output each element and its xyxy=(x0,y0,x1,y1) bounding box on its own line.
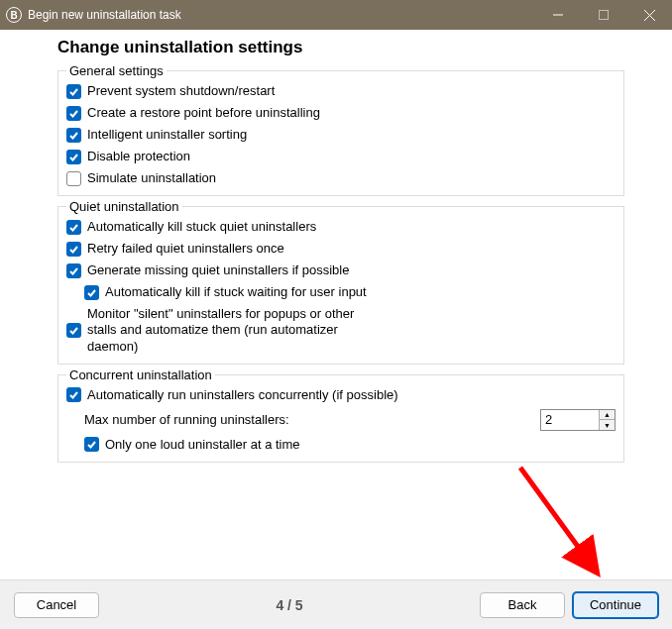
opt-only-one-loud: Only one loud uninstaller at a time xyxy=(66,434,616,456)
continue-button[interactable]: Continue xyxy=(573,592,658,618)
maximize-button[interactable] xyxy=(581,0,626,30)
checkbox-prevent-shutdown[interactable] xyxy=(66,84,81,99)
content-area: Change uninstallation settings General s… xyxy=(0,30,672,463)
label-generate-missing: Generate missing quiet uninstallers if p… xyxy=(87,262,349,278)
checkbox-monitor-silent[interactable] xyxy=(66,323,81,338)
cancel-button[interactable]: Cancel xyxy=(14,592,99,618)
close-button[interactable] xyxy=(626,0,672,30)
opt-monitor-silent: Monitor "silent" uninstallers for popups… xyxy=(66,303,616,358)
stepper-down-button[interactable]: ▼ xyxy=(600,420,615,430)
label-auto-concurrent: Automatically run uninstallers concurren… xyxy=(87,387,398,403)
svg-line-5 xyxy=(520,468,595,570)
label-simulate: Simulate uninstallation xyxy=(87,170,216,186)
label-intelligent-sort: Intelligent uninstaller sorting xyxy=(87,127,247,143)
checkbox-generate-missing[interactable] xyxy=(66,263,81,278)
label-prevent-shutdown: Prevent system shutdown/restart xyxy=(87,83,275,99)
svg-rect-1 xyxy=(600,11,609,20)
group-concurrent-legend: Concurrent uninstallation xyxy=(66,367,215,382)
checkbox-disable-protection[interactable] xyxy=(66,150,81,164)
opt-generate-missing: Generate missing quiet uninstallers if p… xyxy=(66,260,616,281)
group-general-legend: General settings xyxy=(66,63,167,78)
opt-kill-stuck: Automatically kill stuck quiet uninstall… xyxy=(66,216,616,238)
page-indicator: 4 / 5 xyxy=(107,597,472,613)
stepper-up-button[interactable]: ▲ xyxy=(600,410,615,421)
opt-max-uninstallers: Max number of running uninstallers: ▲ ▼ xyxy=(66,406,616,434)
minimize-button[interactable] xyxy=(535,0,581,30)
label-kill-stuck: Automatically kill stuck quiet uninstall… xyxy=(87,219,316,235)
window-title: Begin new uninstallation task xyxy=(28,8,535,22)
label-monitor-silent: Monitor "silent" uninstallers for popups… xyxy=(87,306,385,355)
opt-simulate: Simulate uninstallation xyxy=(66,167,616,189)
opt-restore-point: Create a restore point before uninstalli… xyxy=(66,102,616,124)
checkbox-kill-waiting-input[interactable] xyxy=(84,285,99,300)
checkbox-intelligent-sort[interactable] xyxy=(66,128,81,143)
page-heading: Change uninstallation settings xyxy=(57,38,624,57)
label-kill-waiting-input: Automatically kill if stuck waiting for … xyxy=(105,284,367,300)
max-uninstallers-stepper[interactable]: ▲ ▼ xyxy=(540,409,616,431)
max-uninstallers-input[interactable] xyxy=(541,410,599,430)
group-quiet: Quiet uninstallation Automatically kill … xyxy=(57,199,624,365)
opt-retry-failed: Retry failed quiet uninstallers once xyxy=(66,238,616,260)
label-max-uninstallers: Max number of running uninstallers: xyxy=(84,412,289,428)
opt-prevent-shutdown: Prevent system shutdown/restart xyxy=(66,80,616,102)
checkbox-auto-concurrent[interactable] xyxy=(66,387,81,402)
back-button[interactable]: Back xyxy=(480,592,565,618)
group-quiet-legend: Quiet uninstallation xyxy=(66,199,182,214)
app-icon: B xyxy=(6,7,22,23)
footer: Cancel 4 / 5 Back Continue xyxy=(0,579,672,629)
opt-disable-protection: Disable protection xyxy=(66,146,616,167)
opt-auto-concurrent: Automatically run uninstallers concurren… xyxy=(66,384,616,406)
checkbox-retry-failed[interactable] xyxy=(66,242,81,257)
group-general: General settings Prevent system shutdown… xyxy=(57,63,624,196)
checkbox-only-one-loud[interactable] xyxy=(84,437,99,452)
label-only-one-loud: Only one loud uninstaller at a time xyxy=(105,437,300,453)
group-concurrent: Concurrent uninstallation Automatically … xyxy=(57,367,624,463)
opt-intelligent-sort: Intelligent uninstaller sorting xyxy=(66,124,616,146)
opt-kill-waiting-input: Automatically kill if stuck waiting for … xyxy=(66,281,616,303)
titlebar: B Begin new uninstallation task xyxy=(0,0,672,30)
checkbox-restore-point[interactable] xyxy=(66,106,81,121)
label-restore-point: Create a restore point before uninstalli… xyxy=(87,105,320,121)
label-retry-failed: Retry failed quiet uninstallers once xyxy=(87,241,284,257)
checkbox-kill-stuck[interactable] xyxy=(66,220,81,235)
checkbox-simulate[interactable] xyxy=(66,171,81,186)
label-disable-protection: Disable protection xyxy=(87,149,190,164)
